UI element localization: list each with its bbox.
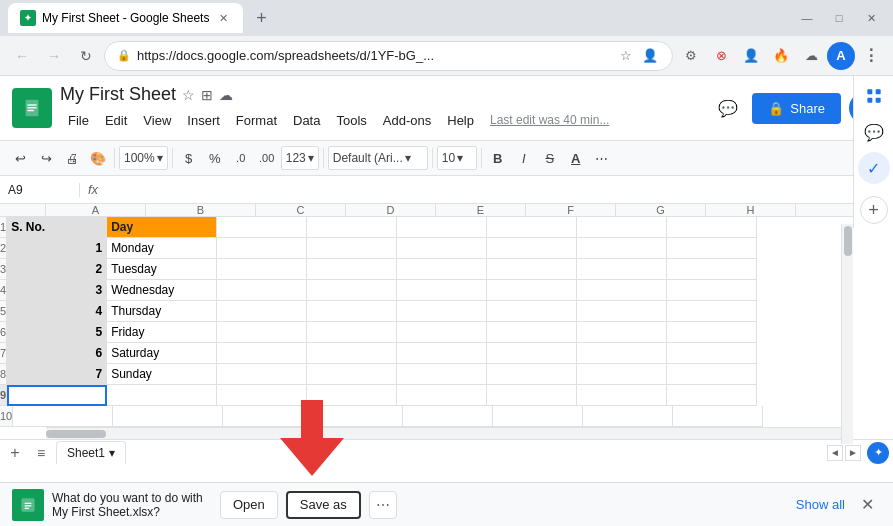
show-all-button[interactable]: Show all	[796, 497, 845, 512]
tab-close-button[interactable]: ✕	[215, 10, 231, 26]
cell-h1[interactable]	[667, 217, 757, 238]
extension-icon-4[interactable]: 🔥	[767, 42, 795, 70]
hscroll-thumb[interactable]	[46, 430, 106, 438]
cell-c1[interactable]	[217, 217, 307, 238]
vscroll-thumb[interactable]	[844, 226, 852, 256]
cell-e9[interactable]	[397, 385, 487, 406]
font-select[interactable]: Default (Ari... ▾	[328, 146, 428, 170]
percent-button[interactable]: %	[203, 146, 227, 170]
close-button[interactable]: ✕	[857, 4, 885, 32]
format-select[interactable]: 123 ▾	[281, 146, 319, 170]
share-button[interactable]: 🔒 Share	[752, 93, 841, 124]
cell-d6[interactable]	[307, 322, 397, 343]
undo-button[interactable]: ↩	[8, 146, 32, 170]
strikethrough-button[interactable]: S	[538, 146, 562, 170]
last-edit-text[interactable]: Last edit was 40 min...	[490, 113, 609, 127]
cell-d8[interactable]	[307, 364, 397, 385]
refresh-button[interactable]: ↻	[72, 42, 100, 70]
cell-g3[interactable]	[577, 259, 667, 280]
row-number-9[interactable]: 9	[0, 385, 7, 406]
save-as-button[interactable]: Save as	[286, 491, 361, 519]
extension-icon-5[interactable]: ☁	[797, 42, 825, 70]
cell-e5[interactable]	[397, 301, 487, 322]
col-header-f[interactable]: F	[526, 204, 616, 216]
cell-a7[interactable]: 6	[7, 343, 107, 364]
cloud-icon[interactable]: ☁	[219, 87, 233, 103]
col-header-a[interactable]: A	[46, 204, 146, 216]
back-button[interactable]: ←	[8, 42, 36, 70]
cell-e4[interactable]	[397, 280, 487, 301]
cell-e6[interactable]	[397, 322, 487, 343]
menu-file[interactable]: File	[60, 109, 97, 132]
star-icon[interactable]: ☆	[182, 87, 195, 103]
browser-profile-icon[interactable]: A	[827, 42, 855, 70]
scroll-left-button[interactable]: ◄	[827, 445, 843, 461]
menu-help[interactable]: Help	[439, 109, 482, 132]
decimal-inc-button[interactable]: .00	[255, 146, 279, 170]
more-formats-button[interactable]: ⋯	[590, 146, 614, 170]
formula-input[interactable]	[106, 182, 893, 197]
cell-h8[interactable]	[667, 364, 757, 385]
open-button[interactable]: Open	[220, 491, 278, 519]
cell-c3[interactable]	[217, 259, 307, 280]
cell-b4[interactable]: Wednesday	[107, 280, 217, 301]
menu-tools[interactable]: Tools	[328, 109, 374, 132]
row-number-5[interactable]: 5	[0, 301, 7, 322]
cell-g2[interactable]	[577, 238, 667, 259]
col-header-g[interactable]: G	[616, 204, 706, 216]
row-number-8[interactable]: 8	[0, 364, 7, 385]
cell-h3[interactable]	[667, 259, 757, 280]
explore-button[interactable]: ✦	[867, 442, 889, 464]
print-button[interactable]: 🖨	[60, 146, 84, 170]
sidebar-sheets-icon[interactable]	[858, 80, 890, 112]
cell-a1[interactable]: S. No.	[7, 217, 107, 238]
cell-d1[interactable]	[307, 217, 397, 238]
address-bar[interactable]: 🔒 https://docs.google.com/spreadsheets/d…	[104, 41, 673, 71]
add-sheet-button[interactable]: +	[4, 442, 26, 464]
col-header-c[interactable]: C	[256, 204, 346, 216]
italic-button[interactable]: I	[512, 146, 536, 170]
cell-g5[interactable]	[577, 301, 667, 322]
cell-f5[interactable]	[487, 301, 577, 322]
cell-h2[interactable]	[667, 238, 757, 259]
cell-f2[interactable]	[487, 238, 577, 259]
col-header-d[interactable]: D	[346, 204, 436, 216]
currency-button[interactable]: $	[177, 146, 201, 170]
sidebar-chat-icon[interactable]: 💬	[858, 116, 890, 148]
maximize-button[interactable]: □	[825, 4, 853, 32]
new-tab-button[interactable]: +	[247, 4, 275, 32]
vertical-scrollbar[interactable]	[841, 224, 853, 444]
row-number-2[interactable]: 2	[0, 238, 7, 259]
text-color-button[interactable]: A	[564, 146, 588, 170]
cell-b2[interactable]: Monday	[107, 238, 217, 259]
cell-f1[interactable]	[487, 217, 577, 238]
cell-e2[interactable]	[397, 238, 487, 259]
row-number-1[interactable]: 1	[0, 217, 7, 238]
cell-f3[interactable]	[487, 259, 577, 280]
cell-e8[interactable]	[397, 364, 487, 385]
cell-d5[interactable]	[307, 301, 397, 322]
cell-d3[interactable]	[307, 259, 397, 280]
col-header-b[interactable]: B	[146, 204, 256, 216]
browser-tab[interactable]: ✦ My First Sheet - Google Sheets ✕	[8, 3, 243, 33]
cell-a3[interactable]: 2	[7, 259, 107, 280]
sheet-list-button[interactable]: ≡	[30, 442, 52, 464]
cell-e1[interactable]	[397, 217, 487, 238]
cell-b3[interactable]: Tuesday	[107, 259, 217, 280]
cell-f10[interactable]	[493, 406, 583, 427]
cell-a10[interactable]	[13, 406, 113, 427]
zoom-select[interactable]: 100% ▾	[119, 146, 168, 170]
move-icon[interactable]: ⊞	[201, 87, 213, 103]
col-header-h[interactable]: H	[706, 204, 796, 216]
profile-sync-icon[interactable]: 👤	[640, 46, 660, 66]
download-close-button[interactable]: ✕	[853, 491, 881, 519]
cell-g6[interactable]	[577, 322, 667, 343]
bold-button[interactable]: B	[486, 146, 510, 170]
menu-view[interactable]: View	[135, 109, 179, 132]
paint-format-button[interactable]: 🎨	[86, 146, 110, 170]
extension-icon-3[interactable]: 👤	[737, 42, 765, 70]
cell-c2[interactable]	[217, 238, 307, 259]
cell-b10[interactable]	[113, 406, 223, 427]
row-number-7[interactable]: 7	[0, 343, 7, 364]
cell-a4[interactable]: 3	[7, 280, 107, 301]
